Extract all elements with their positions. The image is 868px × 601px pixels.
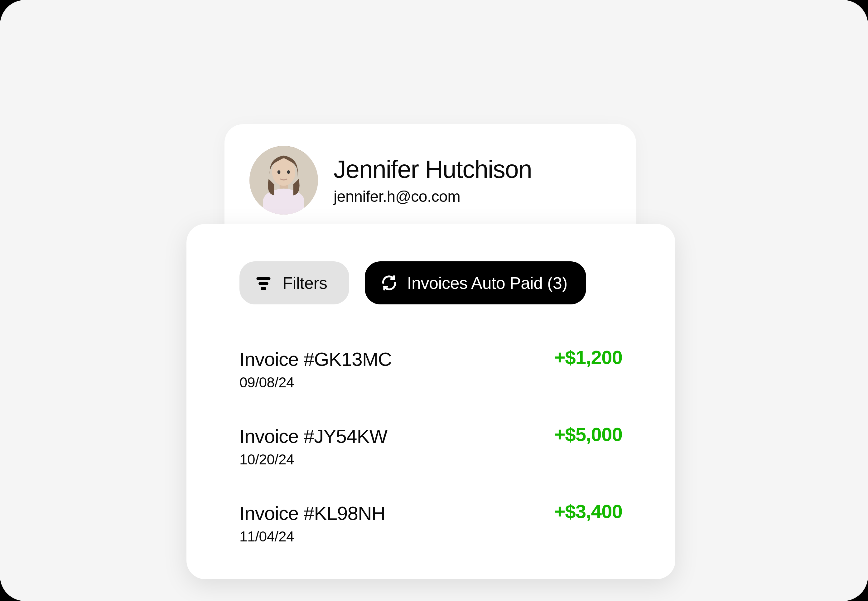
filters-label: Filters xyxy=(282,273,327,293)
refresh-icon xyxy=(381,274,398,291)
invoice-amount: +$5,000 xyxy=(554,423,622,445)
invoice-amount: +$3,400 xyxy=(554,500,622,522)
invoice-info: Invoice #JY54KW 10/20/24 xyxy=(239,425,387,468)
invoice-title: Invoice #GK13MC xyxy=(239,348,391,370)
svg-point-3 xyxy=(287,170,290,174)
invoice-title: Invoice #JY54KW xyxy=(239,425,387,447)
invoice-amount: +$1,200 xyxy=(554,346,622,368)
invoice-row[interactable]: Invoice #GK13MC 09/08/24 +$1,200 xyxy=(239,348,622,391)
svg-rect-5 xyxy=(259,282,268,285)
invoice-date: 10/20/24 xyxy=(239,451,387,468)
invoice-card: Filters Invoices Auto Paid (3) Invoice #… xyxy=(186,224,675,579)
profile-name: Jennifer Hutchison xyxy=(333,155,532,184)
invoice-row[interactable]: Invoice #KL98NH 11/04/24 +$3,400 xyxy=(239,502,622,545)
invoices-auto-paid-label: Invoices Auto Paid (3) xyxy=(407,273,568,293)
svg-rect-6 xyxy=(260,287,266,290)
controls-row: Filters Invoices Auto Paid (3) xyxy=(239,261,622,304)
invoice-info: Invoice #GK13MC 09/08/24 xyxy=(239,348,391,391)
invoice-date: 11/04/24 xyxy=(239,528,385,545)
app-canvas: Jennifer Hutchison jennifer.h@co.com Fil… xyxy=(0,0,868,601)
invoice-date: 09/08/24 xyxy=(239,374,391,391)
svg-point-1 xyxy=(272,159,295,186)
invoice-title: Invoice #KL98NH xyxy=(239,502,385,524)
filters-button[interactable]: Filters xyxy=(239,261,349,304)
svg-point-2 xyxy=(277,170,280,174)
avatar xyxy=(250,146,318,215)
svg-rect-4 xyxy=(257,277,271,280)
invoice-row[interactable]: Invoice #JY54KW 10/20/24 +$5,000 xyxy=(239,425,622,468)
profile-text-block: Jennifer Hutchison jennifer.h@co.com xyxy=(333,155,532,206)
profile-email: jennifer.h@co.com xyxy=(333,188,532,206)
invoices-auto-paid-button[interactable]: Invoices Auto Paid (3) xyxy=(365,261,586,304)
filter-icon xyxy=(255,275,272,291)
invoice-info: Invoice #KL98NH 11/04/24 xyxy=(239,502,385,545)
